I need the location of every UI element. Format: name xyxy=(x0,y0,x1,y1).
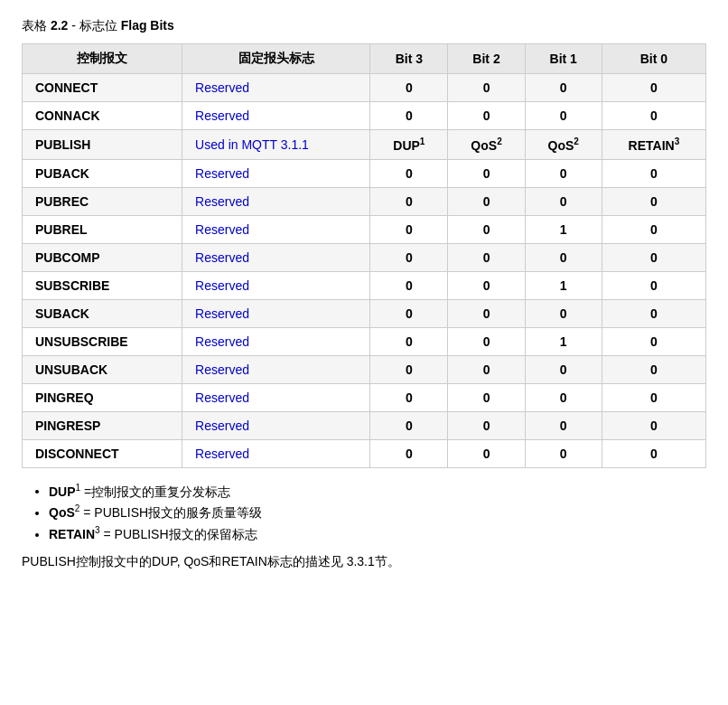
cell-bit3: 0 xyxy=(370,271,448,299)
cell-bit2: 0 xyxy=(448,159,525,187)
cell-bit1: 0 xyxy=(525,74,602,102)
footer-text: PUBLISH控制报文中的DUP, QoS和RETAIN标志的描述见 3.3.1… xyxy=(22,554,706,570)
table-header: 控制报文 固定报头标志 Bit 3 Bit 2 Bit 1 Bit 0 xyxy=(23,44,706,74)
cell-bit3: 0 xyxy=(370,74,448,102)
table-row: PUBLISHUsed in MQTT 3.1.1DUP1QoS2QoS2RET… xyxy=(23,130,706,160)
cell-bit2: 0 xyxy=(448,74,525,102)
cell-flag: Reserved xyxy=(182,187,370,215)
table-row: UNSUBACKReserved0000 xyxy=(23,355,706,383)
col-header-bit2: Bit 2 xyxy=(448,44,525,74)
cell-bit0: 0 xyxy=(602,215,705,243)
cell-control-name: UNSUBSCRIBE xyxy=(23,327,182,355)
cell-bit2: QoS2 xyxy=(448,130,525,160)
cell-control-name: CONNACK xyxy=(23,102,182,130)
cell-bit1: QoS2 xyxy=(525,130,602,160)
col-header-bit1: Bit 1 xyxy=(525,44,602,74)
cell-control-name: PINGRESP xyxy=(23,411,182,439)
cell-control-name: PUBACK xyxy=(23,159,182,187)
table-row: CONNECTReserved0000 xyxy=(23,74,706,102)
cell-control-name: PUBREL xyxy=(23,215,182,243)
cell-bit2: 0 xyxy=(448,243,525,271)
cell-bit0: 0 xyxy=(602,159,705,187)
table-row: PUBRELReserved0010 xyxy=(23,215,706,243)
cell-bit0: 0 xyxy=(602,102,705,130)
cell-bit1: 1 xyxy=(525,215,602,243)
cell-control-name: UNSUBACK xyxy=(23,355,182,383)
cell-flag: Reserved xyxy=(182,383,370,411)
table-body: CONNECTReserved0000CONNACKReserved0000PU… xyxy=(23,74,706,468)
cell-bit1: 0 xyxy=(525,299,602,327)
table-row: SUBACKReserved0000 xyxy=(23,299,706,327)
table-row: PUBACKReserved0000 xyxy=(23,159,706,187)
table-row: CONNACKReserved0000 xyxy=(23,102,706,130)
cell-flag: Reserved xyxy=(182,439,370,467)
cell-bit2: 0 xyxy=(448,383,525,411)
col-header-bit3: Bit 3 xyxy=(370,44,448,74)
cell-flag: Reserved xyxy=(182,299,370,327)
cell-flag: Reserved xyxy=(182,102,370,130)
caption-separator: - 标志位 xyxy=(68,18,120,33)
cell-bit1: 1 xyxy=(525,327,602,355)
cell-bit1: 0 xyxy=(525,383,602,411)
caption-prefix: 表格 xyxy=(22,18,51,33)
cell-flag: Reserved xyxy=(182,74,370,102)
cell-bit3: 0 xyxy=(370,187,448,215)
cell-bit1: 0 xyxy=(525,411,602,439)
cell-bit1: 0 xyxy=(525,187,602,215)
table-row: PINGREQReserved0000 xyxy=(23,383,706,411)
cell-flag: Used in MQTT 3.1.1 xyxy=(182,130,370,160)
cell-bit3: DUP1 xyxy=(370,130,448,160)
caption-number: 2.2 xyxy=(51,18,68,33)
table-row: PINGRESPReserved0000 xyxy=(23,411,706,439)
header-row: 控制报文 固定报头标志 Bit 3 Bit 2 Bit 1 Bit 0 xyxy=(23,44,706,74)
cell-bit1: 0 xyxy=(525,159,602,187)
cell-bit2: 0 xyxy=(448,271,525,299)
cell-bit3: 0 xyxy=(370,102,448,130)
cell-bit0: 0 xyxy=(602,271,705,299)
table-row: PUBCOMPReserved0000 xyxy=(23,243,706,271)
cell-bit3: 0 xyxy=(370,159,448,187)
cell-flag: Reserved xyxy=(182,243,370,271)
col-header-control: 控制报文 xyxy=(23,44,182,74)
cell-bit3: 0 xyxy=(370,215,448,243)
col-header-bit0: Bit 0 xyxy=(602,44,705,74)
col-header-flag: 固定报头标志 xyxy=(182,44,370,74)
caption: 表格 2.2 - 标志位 Flag Bits xyxy=(22,18,706,34)
cell-bit3: 0 xyxy=(370,383,448,411)
cell-bit0: 0 xyxy=(602,299,705,327)
cell-bit3: 0 xyxy=(370,327,448,355)
cell-bit1: 0 xyxy=(525,355,602,383)
cell-bit1: 0 xyxy=(525,439,602,467)
cell-bit0: 0 xyxy=(602,327,705,355)
cell-flag: Reserved xyxy=(182,411,370,439)
cell-bit0: 0 xyxy=(602,187,705,215)
notes-list: DUP1 =控制报文的重复分发标志QoS2 = PUBLISH报文的服务质量等级… xyxy=(22,483,706,543)
cell-bit2: 0 xyxy=(448,215,525,243)
cell-bit2: 0 xyxy=(448,439,525,467)
cell-control-name: CONNECT xyxy=(23,74,182,102)
cell-bit3: 0 xyxy=(370,411,448,439)
cell-control-name: PINGREQ xyxy=(23,383,182,411)
cell-bit3: 0 xyxy=(370,355,448,383)
note-item: QoS2 = PUBLISH报文的服务质量等级 xyxy=(49,503,706,522)
cell-flag: Reserved xyxy=(182,271,370,299)
cell-flag: Reserved xyxy=(182,327,370,355)
table-row: SUBSCRIBEReserved0010 xyxy=(23,271,706,299)
cell-bit2: 0 xyxy=(448,327,525,355)
caption-title: Flag Bits xyxy=(121,18,174,33)
table-row: PUBRECReserved0000 xyxy=(23,187,706,215)
cell-control-name: SUBSCRIBE xyxy=(23,271,182,299)
flag-bits-table: 控制报文 固定报头标志 Bit 3 Bit 2 Bit 1 Bit 0 CONN… xyxy=(22,43,706,468)
cell-flag: Reserved xyxy=(182,355,370,383)
cell-bit2: 0 xyxy=(448,355,525,383)
cell-bit2: 0 xyxy=(448,299,525,327)
cell-bit3: 0 xyxy=(370,439,448,467)
cell-control-name: PUBLISH xyxy=(23,130,182,160)
cell-bit0: 0 xyxy=(602,383,705,411)
cell-bit0: 0 xyxy=(602,74,705,102)
cell-flag: Reserved xyxy=(182,159,370,187)
table-row: DISCONNECTReserved0000 xyxy=(23,439,706,467)
cell-control-name: PUBREC xyxy=(23,187,182,215)
cell-bit3: 0 xyxy=(370,299,448,327)
cell-bit2: 0 xyxy=(448,102,525,130)
